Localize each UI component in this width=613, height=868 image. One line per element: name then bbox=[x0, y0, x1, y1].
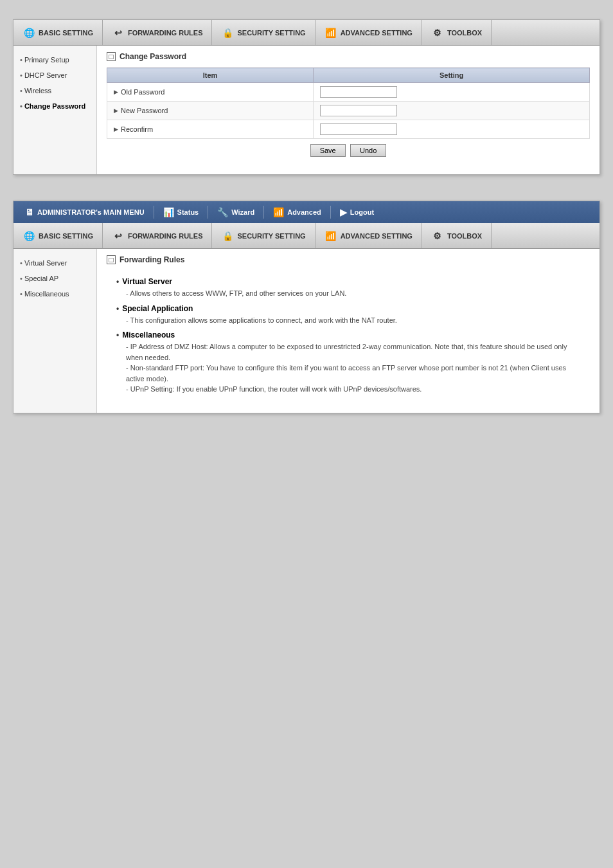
wizard-menu-item[interactable]: 🔧 Wizard bbox=[211, 201, 261, 223]
forwarding-heading-icon: □ bbox=[107, 255, 116, 264]
virtual-server-section: Virtual Server Allows others to access W… bbox=[116, 277, 580, 299]
basic-setting-icon: 🌐 bbox=[22, 26, 35, 39]
security-setting-icon: 🔒 bbox=[221, 26, 234, 39]
separator bbox=[154, 206, 154, 219]
misc-desc-3: UPnP Setting: If you enable UPnP functio… bbox=[126, 384, 580, 395]
status-icon: 📊 bbox=[163, 207, 174, 217]
nav-bar-1: 🌐 BASIC SETTING ↩ FORWARDING RULES 🔒 SEC… bbox=[13, 20, 600, 46]
sidebar-item-wireless[interactable]: Wireless bbox=[13, 83, 96, 98]
section-heading-2: □ Forwarding Rules bbox=[107, 255, 590, 264]
col-item: Item bbox=[107, 68, 314, 83]
nav2-advanced-setting[interactable]: 📶 ADVANCED SETTING bbox=[315, 223, 422, 248]
old-password-input[interactable] bbox=[320, 86, 397, 98]
nav-security-setting[interactable]: 🔒 SECURITY SETTING bbox=[212, 20, 315, 45]
reconfirm-input[interactable] bbox=[320, 123, 397, 135]
forward-content: Virtual Server Allows others to access W… bbox=[107, 271, 590, 406]
separator bbox=[208, 206, 208, 219]
advanced-setting2-icon: 📶 bbox=[324, 230, 337, 242]
sidebar-1: Primary Setup DHCP Server Wireless Chang… bbox=[13, 46, 97, 174]
reconfirm-cell bbox=[314, 120, 590, 139]
old-password-label: Old Password bbox=[107, 83, 314, 102]
admin-menu-item[interactable]: 🖥 ADMINISTRATOR's MAIN MENU bbox=[19, 201, 151, 223]
reconfirm-label: Reconfirm bbox=[107, 120, 314, 139]
nav-basic-setting[interactable]: 🌐 BASIC SETTING bbox=[13, 20, 103, 45]
virtual-server-title: Virtual Server bbox=[116, 277, 580, 286]
status-menu-item[interactable]: 📊 Status bbox=[157, 201, 206, 223]
nav2-toolbox[interactable]: ⚙ TOOLBOX bbox=[422, 223, 492, 248]
new-password-label: New Password bbox=[107, 102, 314, 120]
nav-advanced-setting[interactable]: 📶 ADVANCED SETTING bbox=[315, 20, 422, 45]
old-password-cell bbox=[314, 83, 590, 102]
miscellaneous-section: Miscellaneous IP Address of DMZ Host: Al… bbox=[116, 330, 580, 395]
special-application-desc: This configuration allows some applicati… bbox=[126, 315, 580, 326]
separator bbox=[263, 206, 264, 219]
nav-toolbox[interactable]: ⚙ TOOLBOX bbox=[422, 20, 492, 45]
sidebar-item-dhcp-server[interactable]: DHCP Server bbox=[13, 68, 96, 83]
button-row: Save Undo bbox=[107, 139, 590, 162]
basic-setting2-icon: 🌐 bbox=[22, 230, 35, 242]
special-application-section: Special Application This configuration a… bbox=[116, 304, 580, 326]
section-heading-1: □ Change Password bbox=[107, 52, 590, 61]
nav2-security-setting[interactable]: 🔒 SECURITY SETTING bbox=[212, 223, 315, 248]
sidebar-2: Virtual Server Special AP Miscellaneous bbox=[13, 249, 97, 413]
table-row: New Password bbox=[107, 102, 590, 120]
wizard-icon: 🔧 bbox=[217, 207, 228, 217]
section-heading-icon: □ bbox=[107, 52, 116, 61]
new-password-input[interactable] bbox=[320, 105, 397, 116]
advanced-setting-icon: 📶 bbox=[324, 26, 337, 39]
main-content-2: □ Forwarding Rules Virtual Server Allows… bbox=[97, 249, 600, 413]
main-content-1: □ Change Password Item Setting bbox=[97, 46, 600, 174]
sidebar2-miscellaneous[interactable]: Miscellaneous bbox=[13, 286, 96, 302]
separator bbox=[330, 206, 331, 219]
sidebar2-special-ap[interactable]: Special AP bbox=[13, 271, 96, 286]
security-setting2-icon: 🔒 bbox=[221, 230, 234, 242]
panel2: 🖥 ADMINISTRATOR's MAIN MENU 📊 Status 🔧 W… bbox=[13, 201, 600, 413]
toolbox-icon: ⚙ bbox=[431, 26, 444, 39]
change-password-table: Item Setting Old Password bbox=[107, 68, 590, 139]
forwarding-rules-icon: ↩ bbox=[112, 26, 125, 39]
misc-desc-1: IP Address of DMZ Host: Allows a compute… bbox=[126, 341, 580, 363]
panel1: 🌐 BASIC SETTING ↩ FORWARDING RULES 🔒 SEC… bbox=[13, 19, 600, 175]
content-area-2: Virtual Server Special AP Miscellaneous … bbox=[13, 249, 600, 413]
logout-icon: ▶ bbox=[340, 207, 347, 217]
content-area-1: Primary Setup DHCP Server Wireless Chang… bbox=[13, 46, 600, 174]
nav-forwarding-rules[interactable]: ↩ FORWARDING RULES bbox=[103, 20, 213, 45]
forwarding-rules2-icon: ↩ bbox=[112, 230, 125, 242]
col-setting: Setting bbox=[314, 68, 590, 83]
admin-bar: 🖥 ADMINISTRATOR's MAIN MENU 📊 Status 🔧 W… bbox=[13, 201, 600, 223]
advanced-icon: 📶 bbox=[273, 207, 284, 217]
admin-menu-icon: 🖥 bbox=[25, 207, 34, 217]
advanced-menu-item[interactable]: 📶 Advanced bbox=[267, 201, 328, 223]
sidebar2-virtual-server[interactable]: Virtual Server bbox=[13, 255, 96, 271]
save-button[interactable]: Save bbox=[310, 144, 346, 157]
virtual-server-desc: Allows others to access WWW, FTP, and ot… bbox=[126, 288, 580, 299]
special-application-title: Special Application bbox=[116, 304, 580, 313]
sidebar-item-primary-setup[interactable]: Primary Setup bbox=[13, 52, 96, 68]
nav2-forwarding-rules[interactable]: ↩ FORWARDING RULES bbox=[103, 223, 213, 248]
nav-bar-2: 🌐 BASIC SETTING ↩ FORWARDING RULES 🔒 SEC… bbox=[13, 223, 600, 249]
nav2-basic-setting[interactable]: 🌐 BASIC SETTING bbox=[13, 223, 103, 248]
new-password-cell bbox=[314, 102, 590, 120]
undo-button[interactable]: Undo bbox=[350, 144, 386, 157]
toolbox2-icon: ⚙ bbox=[431, 230, 444, 242]
miscellaneous-title: Miscellaneous bbox=[116, 330, 580, 339]
sidebar-item-change-password[interactable]: Change Password bbox=[13, 98, 96, 114]
misc-desc-2: Non-standard FTP port: You have to confi… bbox=[126, 363, 580, 384]
logout-menu-item[interactable]: ▶ Logout bbox=[333, 201, 380, 223]
table-row: Old Password bbox=[107, 83, 590, 102]
table-row: Reconfirm bbox=[107, 120, 590, 139]
